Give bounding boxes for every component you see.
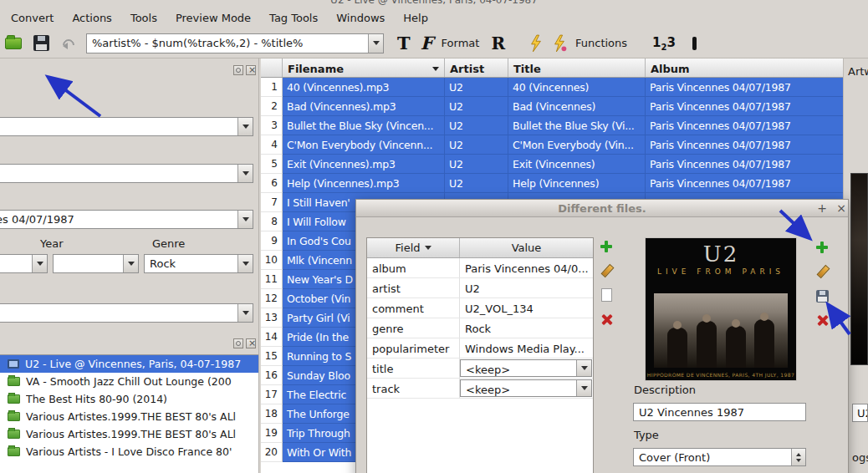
dir-item[interactable]: Various Artistes.1999.THE BEST 80's ALl bbox=[0, 425, 258, 443]
cell-artist[interactable]: U2 bbox=[445, 97, 508, 116]
dir-item[interactable]: The Best Hits 80-90 (2014) bbox=[0, 390, 258, 408]
cover-type-combobox[interactable]: Cover (Front) bbox=[633, 448, 806, 466]
cell-album[interactable]: Paris Vincennes 04/07/1987 bbox=[646, 116, 843, 135]
tag-field-value[interactable]: <keep> bbox=[460, 359, 592, 377]
close-dialog-icon[interactable]: × bbox=[834, 201, 849, 216]
column-filename[interactable]: Filename bbox=[283, 58, 445, 77]
tag-field-value[interactable]: Paris Vincennes 04/0... bbox=[460, 258, 593, 277]
cell-artist[interactable]: U2 bbox=[445, 174, 508, 193]
row-number[interactable]: 3 bbox=[261, 116, 283, 135]
chevron-down-icon[interactable] bbox=[237, 118, 253, 135]
cell-filename[interactable]: 40 (Vincennes).mp3 bbox=[283, 78, 445, 97]
chevron-down-icon[interactable] bbox=[576, 360, 591, 376]
row-number[interactable]: 2 bbox=[261, 97, 283, 116]
cell-title[interactable]: Bad (Vincennes) bbox=[508, 97, 646, 116]
cell-filename[interactable]: Exit (Vincennes).mp3 bbox=[283, 155, 445, 174]
cell-filename[interactable]: Help (Vincennes).mp3 bbox=[283, 174, 445, 193]
row-number[interactable]: 6 bbox=[261, 174, 283, 193]
tag-field-name[interactable]: artist bbox=[367, 278, 460, 298]
dir-item[interactable]: VA - Smooth Jazz Chill Out Lounge (200 bbox=[0, 373, 258, 390]
tag-field-row[interactable]: albumParis Vincennes 04/0... bbox=[367, 258, 593, 278]
menu-windows[interactable]: Windows bbox=[327, 8, 394, 28]
column-field[interactable]: Field bbox=[367, 238, 460, 257]
table-row[interactable]: 140 (Vincennes).mp3U240 (Vincennes)Paris… bbox=[261, 78, 843, 97]
cell-artist[interactable]: U2 bbox=[445, 78, 508, 97]
tag-field-value[interactable]: U2 bbox=[460, 278, 593, 298]
cell-album[interactable]: Paris Vincennes 04/07/1987 bbox=[646, 155, 843, 174]
cell-artist[interactable]: U2 bbox=[445, 135, 508, 155]
cell-title[interactable]: Bullet the Blue Sky (Vi... bbox=[508, 116, 646, 135]
column-album[interactable]: Album bbox=[646, 58, 843, 77]
chevron-down-icon[interactable] bbox=[123, 255, 138, 272]
row-number[interactable]: 19 bbox=[261, 424, 283, 443]
remove-field-button[interactable] bbox=[598, 311, 615, 328]
chevron-down-icon[interactable] bbox=[237, 165, 253, 182]
tag-field-name[interactable]: comment bbox=[367, 298, 460, 318]
float-panel-icon[interactable] bbox=[233, 65, 243, 75]
chevron-down-icon[interactable] bbox=[32, 255, 47, 272]
menu-preview-mode[interactable]: Preview Mode bbox=[166, 8, 260, 28]
row-number[interactable]: 9 bbox=[261, 231, 283, 251]
remove-cover-button[interactable] bbox=[814, 312, 830, 328]
cell-filename[interactable]: Bullet the Blue Sky (Vincen... bbox=[283, 116, 445, 135]
tag-to-filename-icon[interactable]: T bbox=[397, 33, 411, 53]
spinner-icon[interactable] bbox=[791, 449, 805, 465]
text-cursor-icon[interactable] bbox=[692, 37, 697, 50]
row-number[interactable]: 12 bbox=[261, 289, 283, 308]
tag-field-name[interactable]: title bbox=[367, 359, 460, 378]
cell-album[interactable]: Paris Vincennes 04/07/1987 bbox=[646, 174, 843, 193]
tag-field-row[interactable]: genreRock bbox=[367, 318, 593, 338]
artwork-thumbnail[interactable] bbox=[850, 173, 868, 365]
chevron-down-icon[interactable] bbox=[237, 211, 253, 228]
genre-combobox[interactable]: Rock bbox=[144, 254, 253, 273]
chevron-down-icon[interactable] bbox=[368, 34, 383, 53]
tag-field-row[interactable]: popularimeterWindows Media Play... bbox=[367, 338, 593, 359]
column-artist[interactable]: Artist bbox=[445, 58, 508, 77]
cell-title[interactable]: Exit (Vincennes) bbox=[508, 155, 646, 174]
cell-album[interactable]: Paris Vincennes 04/07/1987 bbox=[646, 97, 843, 116]
chevron-down-icon[interactable] bbox=[237, 255, 253, 272]
row-number[interactable]: 14 bbox=[261, 328, 283, 347]
dialog-titlebar[interactable]: Different files. + × bbox=[356, 200, 848, 217]
tag-field-row[interactable]: track<keep> bbox=[367, 379, 593, 399]
column-value[interactable]: Value bbox=[460, 238, 593, 257]
close-panel-icon[interactable] bbox=[246, 65, 256, 75]
table-row[interactable]: 6Help (Vincennes).mp3U2Help (Vincennes)P… bbox=[261, 174, 843, 193]
row-number[interactable]: 11 bbox=[261, 270, 283, 289]
menu-tag-tools[interactable]: Tag Tools bbox=[260, 8, 327, 28]
edit-field-button[interactable] bbox=[598, 262, 615, 279]
table-row[interactable]: 3Bullet the Blue Sky (Vincen...U2Bullet … bbox=[261, 116, 843, 135]
cell-filename[interactable]: Bad (Vincennes).mp3 bbox=[283, 97, 445, 116]
track-numbering-icon[interactable]: 123 bbox=[652, 35, 676, 52]
cell-artist[interactable]: U2 bbox=[445, 155, 508, 174]
row-number[interactable]: 5 bbox=[261, 155, 283, 174]
description-input[interactable]: U2 Vincennes 1987 bbox=[633, 403, 806, 421]
cell-title[interactable]: 40 (Vincennes) bbox=[508, 78, 646, 97]
copy-field-button[interactable] bbox=[598, 287, 615, 303]
comment-input[interactable] bbox=[0, 303, 253, 323]
artwork-description-fragment[interactable]: U2 bbox=[852, 404, 868, 422]
row-number[interactable]: 17 bbox=[261, 385, 283, 404]
float-dialog-icon[interactable]: + bbox=[814, 201, 830, 216]
filename-to-tag-icon[interactable]: F bbox=[421, 33, 433, 53]
cell-album[interactable]: Paris Vincennes 04/07/1987 bbox=[646, 78, 843, 97]
table-row[interactable]: 2Bad (Vincennes).mp3U2Bad (Vincennes)Par… bbox=[261, 97, 843, 116]
tag-field-name[interactable]: track bbox=[367, 379, 460, 398]
undo-icon[interactable] bbox=[59, 36, 74, 51]
row-number[interactable]: 4 bbox=[261, 135, 283, 155]
row-number[interactable]: 18 bbox=[261, 404, 283, 424]
cell-album[interactable]: Paris Vincennes 04/07/1987 bbox=[646, 135, 843, 155]
open-folder-icon[interactable] bbox=[5, 38, 22, 49]
chevron-down-icon[interactable] bbox=[576, 380, 591, 396]
add-cover-button[interactable] bbox=[814, 239, 830, 256]
dir-item[interactable]: Various Artists - I Love Disco France 80… bbox=[0, 443, 258, 460]
menu-help[interactable]: Help bbox=[394, 8, 437, 28]
pattern-combobox[interactable]: %artist% - $num(%track%,2) - %title% bbox=[86, 33, 384, 53]
tag-field-row[interactable]: commentU2_VOL_134 bbox=[367, 298, 593, 318]
year-combobox[interactable] bbox=[53, 254, 139, 273]
tag-field-row[interactable]: title<keep> bbox=[367, 359, 593, 379]
save-icon[interactable] bbox=[33, 35, 49, 51]
table-row[interactable]: 4C'Mon Everybody (Vincenn...U2C'Mon Ever… bbox=[261, 135, 843, 155]
close-panel-icon[interactable] bbox=[246, 338, 256, 348]
table-row[interactable]: 5Exit (Vincennes).mp3U2Exit (Vincennes)P… bbox=[261, 155, 843, 174]
